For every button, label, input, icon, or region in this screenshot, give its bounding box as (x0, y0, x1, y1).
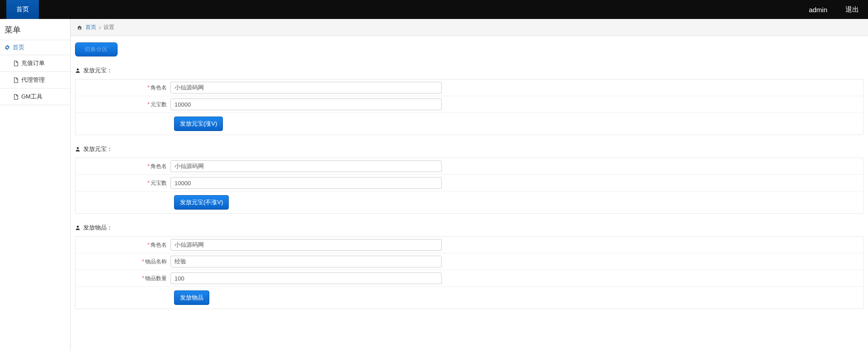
form-yb2: *角色名 *元宝数 发放元宝(不涨V) (75, 158, 863, 214)
sidebar: 菜单 首页 充值订单 代理管理 (0, 19, 71, 351)
row-yb1: *元宝数 (75, 96, 863, 113)
input-role1[interactable] (170, 82, 442, 94)
input-itemname[interactable] (170, 256, 442, 267)
action-yb2: 发放元宝(不涨V) (75, 192, 863, 213)
sidebar-sublist: 充值订单 代理管理 GM工具 (0, 55, 70, 105)
content: 首页 › 设置 切换分区 发放元宝： *角色名 *元宝数 (71, 19, 868, 351)
label-yb2: *元宝数 (80, 179, 170, 187)
person-icon (75, 146, 80, 152)
sidebar-title: 菜单 (0, 19, 70, 40)
label-itemqty: *物品数量 (80, 275, 170, 282)
main: 菜单 首页 充值订单 代理管理 (0, 19, 868, 351)
tab-home-label: 首页 (16, 5, 29, 14)
form-yb1: *角色名 *元宝数 发放元宝(涨V) (75, 79, 863, 135)
section-head-yb2: 发放元宝： (75, 145, 863, 153)
grant-item-button[interactable]: 发放物品 (174, 290, 209, 305)
section-head-item: 发放物品： (75, 224, 863, 232)
person-icon (75, 225, 80, 230)
sidebar-item-label: 代理管理 (21, 76, 45, 84)
row-role1: *角色名 (75, 80, 863, 96)
file-icon (14, 94, 19, 100)
user-link[interactable]: admin (800, 0, 836, 19)
logout-link[interactable]: 退出 (836, 0, 868, 19)
file-icon (14, 61, 19, 66)
breadcrumb-home[interactable]: 首页 (85, 23, 96, 31)
action-yb1: 发放元宝(涨V) (75, 113, 863, 135)
home-icon (77, 25, 83, 30)
form-item: *角色名 *物品名称 *物品数量 发放物品 (75, 236, 863, 309)
sidebar-group-label: 首页 (13, 43, 24, 51)
zone-switch-label: 切换分区 (85, 46, 108, 52)
input-role2[interactable] (170, 160, 442, 172)
label-yb1: *元宝数 (80, 101, 170, 108)
row-itemqty: *物品数量 (75, 270, 863, 287)
section-head-yb1: 发放元宝： (75, 66, 863, 75)
label-role1: *角色名 (80, 84, 170, 92)
breadcrumb-current: 设置 (104, 23, 114, 31)
section-title: 发放元宝： (83, 66, 113, 75)
topbar: 首页 admin 退出 (0, 0, 868, 19)
input-itemqty[interactable] (170, 272, 442, 284)
label-role2: *角色名 (80, 163, 170, 170)
breadcrumb: 首页 › 设置 (71, 19, 868, 36)
sidebar-item-agent[interactable]: 代理管理 (0, 72, 70, 89)
tab-home[interactable]: 首页 (6, 0, 39, 19)
sidebar-item-gmtool[interactable]: GM工具 (0, 89, 70, 105)
input-yb2[interactable] (170, 177, 442, 189)
row-role2: *角色名 (75, 158, 863, 175)
sidebar-item-label: GM工具 (21, 93, 42, 101)
sidebar-group-home[interactable]: 首页 (0, 40, 70, 55)
input-role3[interactable] (170, 239, 442, 251)
sidebar-item-label: 充值订单 (21, 59, 45, 67)
section-title: 发放物品： (83, 224, 113, 232)
grant-yb-novip-button[interactable]: 发放元宝(不涨V) (174, 195, 229, 210)
logout-label: 退出 (845, 5, 859, 14)
row-itemname: *物品名称 (75, 253, 863, 270)
person-icon (75, 68, 80, 73)
section-title: 发放元宝： (83, 145, 113, 153)
page-body: 切换分区 发放元宝： *角色名 *元宝数 发放元宝(涨V) (71, 36, 868, 328)
row-role3: *角色名 (75, 237, 863, 253)
zone-switch-pill[interactable]: 切换分区 (75, 42, 118, 56)
breadcrumb-sep: › (99, 24, 101, 31)
action-item: 发放物品 (75, 287, 863, 309)
gear-icon (5, 45, 10, 50)
input-yb1[interactable] (170, 98, 442, 110)
user-label: admin (809, 6, 827, 14)
label-role3: *角色名 (80, 241, 170, 249)
grant-yb-vip-button[interactable]: 发放元宝(涨V) (174, 117, 223, 131)
file-icon (14, 77, 19, 83)
label-itemname: *物品名称 (80, 258, 170, 266)
row-yb2: *元宝数 (75, 175, 863, 192)
sidebar-item-recharge[interactable]: 充值订单 (0, 55, 70, 72)
